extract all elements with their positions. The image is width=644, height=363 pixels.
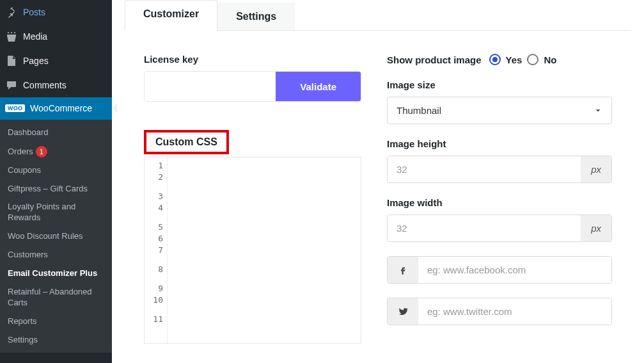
page-icon bbox=[5, 54, 18, 67]
tab-settings[interactable]: Settings bbox=[217, 3, 295, 30]
sidebar-item-pages[interactable]: Pages bbox=[0, 49, 112, 73]
image-width-label: Image width bbox=[387, 197, 612, 208]
chevron-down-icon bbox=[593, 106, 602, 115]
px-unit: px bbox=[581, 215, 611, 241]
show-product-image-label: Show product image bbox=[387, 54, 482, 65]
facebook-icon bbox=[388, 257, 418, 283]
license-key-input[interactable] bbox=[145, 72, 276, 101]
submenu-customers[interactable]: Customers bbox=[0, 246, 112, 264]
image-width-input[interactable] bbox=[388, 215, 581, 241]
image-size-value: Thumbnail bbox=[397, 105, 441, 116]
sidebar-item-woocommerce[interactable]: WOO WooCommerce bbox=[0, 97, 112, 120]
sidebar-item-label: Pages bbox=[23, 56, 49, 67]
image-height-input[interactable] bbox=[388, 156, 581, 182]
facebook-url-input[interactable] bbox=[418, 257, 611, 283]
editor-gutter: 1 2 3 4 5 6 7 8 9 10 bbox=[145, 157, 168, 343]
image-size-select[interactable]: Thumbnail bbox=[387, 97, 612, 124]
submenu-discount-rules[interactable]: Woo Discount Rules bbox=[0, 227, 112, 246]
woocommerce-submenu: Dashboard Orders1 Coupons Giftpress – Gi… bbox=[0, 120, 112, 353]
validate-button[interactable]: Validate bbox=[276, 72, 361, 101]
submenu-retainful[interactable]: Retainful – Abandoned Carts bbox=[0, 283, 112, 312]
sidebar-item-media[interactable]: Media bbox=[0, 24, 112, 49]
comment-icon bbox=[5, 79, 18, 92]
submenu-dashboard[interactable]: Dashboard bbox=[0, 124, 112, 142]
sidebar-item-label: Posts bbox=[23, 7, 45, 18]
editor-code-area[interactable] bbox=[168, 157, 361, 343]
radio-yes-label: Yes bbox=[506, 54, 522, 65]
custom-css-editor[interactable]: 1 2 3 4 5 6 7 8 9 10 bbox=[144, 157, 361, 344]
twitter-url-input[interactable] bbox=[418, 298, 611, 325]
submenu-giftpress[interactable]: Giftpress – Gift Cards bbox=[0, 180, 112, 198]
image-size-label: Image size bbox=[387, 79, 612, 90]
twitter-icon bbox=[388, 298, 418, 325]
px-unit: px bbox=[581, 156, 611, 182]
custom-css-label: Custom CSS bbox=[144, 130, 229, 154]
tab-customizer[interactable]: Customizer bbox=[125, 0, 217, 31]
orders-count-badge: 1 bbox=[36, 146, 47, 157]
woocommerce-icon: WOO bbox=[5, 104, 25, 112]
admin-sidebar: Posts Media Pages Comments WOO WooCommer… bbox=[0, 0, 112, 363]
submenu-loyalty[interactable]: Loyalty Points and Rewards bbox=[0, 198, 112, 227]
sidebar-item-label: Media bbox=[23, 31, 47, 42]
radio-yes[interactable] bbox=[489, 54, 501, 65]
image-height-label: Image height bbox=[387, 138, 612, 149]
media-icon bbox=[5, 30, 18, 43]
submenu-reports[interactable]: Reports bbox=[0, 312, 112, 331]
submenu-settings[interactable]: Settings bbox=[0, 331, 112, 350]
license-key-label: License key bbox=[144, 54, 361, 65]
pin-icon bbox=[5, 6, 18, 19]
sidebar-item-comments[interactable]: Comments bbox=[0, 73, 112, 97]
sidebar-item-label: WooCommerce bbox=[30, 103, 92, 114]
submenu-coupons[interactable]: Coupons bbox=[0, 161, 112, 180]
radio-no-label: No bbox=[544, 54, 556, 65]
submenu-email-customizer[interactable]: Email Customizer Plus bbox=[0, 264, 112, 283]
sidebar-item-posts[interactable]: Posts bbox=[0, 0, 112, 24]
page-tabs: Customizer Settings bbox=[125, 0, 631, 31]
submenu-orders[interactable]: Orders1 bbox=[0, 142, 112, 161]
radio-no[interactable] bbox=[527, 54, 538, 65]
sidebar-item-label: Comments bbox=[23, 80, 67, 91]
main-content: Customizer Settings License key Validate… bbox=[112, 0, 644, 363]
